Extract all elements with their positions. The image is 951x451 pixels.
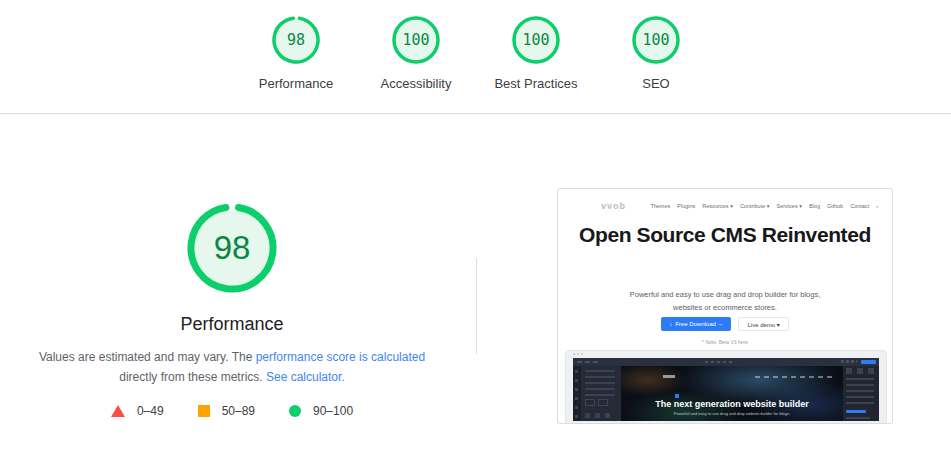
editor-icon-rail [573,366,581,421]
legend-triangle-icon [111,405,125,417]
thumb-buttons: ↓ Free Download → Live demo ▾ [558,317,892,331]
site-logo: vvob [601,201,626,211]
thumb-nav-item: Services ▾ [777,203,802,209]
editor-topbar-dots [705,361,735,363]
thumb-nav-item: Themes [650,203,670,209]
thumb-live-demo-button: Live demo ▾ [738,317,788,331]
thumb-note: * Note: Beta V3 here [558,339,892,345]
thumb-nav-item: Github [827,203,843,209]
drag-handle-icon [675,394,679,398]
score-value: 100 [512,16,560,64]
summary-gauge-seo[interactable]: 100 SEO [596,16,716,91]
legend-circle-icon [289,405,301,417]
thumb-headline: Open Source CMS Reinvented [558,223,892,247]
summary-gauge-performance[interactable]: 98 Performance [236,16,356,91]
legend-item-average: 50–89 [198,404,255,418]
category-label: Performance [259,76,333,91]
category-label: SEO [642,76,669,91]
summary-scores-bar: 98 Performance 100 Accessibility 100 [0,0,951,114]
decor-boxes [585,399,608,406]
legend-square-icon [198,405,210,417]
editor-save-button [861,360,876,364]
legend-range: 0–49 [137,404,164,418]
canvas-logo-bar [663,375,675,378]
decor-side-foot [846,417,870,419]
thumb-subheadline: Powerful and easy to use drag and drop b… [558,288,892,314]
editor-canvas: The next generation website builder Powe… [621,366,843,421]
editor-left-panel [581,366,621,421]
thumb-free-download-button: ↓ Free Download → [661,317,731,331]
performance-section: 98 Performance Values are estimated and … [0,114,464,418]
thumb-nav-item: Contact [850,203,869,209]
editor-topbar [573,358,879,366]
decor-panel-icons [585,413,613,418]
legend-item-pass: 90–100 [289,404,353,418]
thumb-nav-item: Contribute ▾ [740,203,770,209]
thumb-nav-item: Resources ▾ [702,203,733,209]
vertical-divider [476,258,477,354]
description-text: Values are estimated and may vary. The [39,350,252,364]
editor-topbar-right-icons [841,360,857,363]
thumb-sub-line2: websites or ecommerce stores. [558,301,892,314]
performance-gauge: 98 [187,203,277,293]
editor-screenshot: The next generation website builder Powe… [573,358,879,421]
description-text: directly from these metrics. [119,370,262,384]
legend-range: 90–100 [313,404,353,418]
editor-browser-frame: The next generation website builder Powe… [565,350,887,424]
thumb-secondary-label: Live demo ▾ [747,321,779,328]
editor-subtext: Powerful and easy to use drag and drop w… [621,411,843,416]
legend-item-fail: 0–49 [111,404,164,418]
thumb-nav-item: Blog [809,203,820,209]
thumb-sub-line1: Powerful and easy to use drag and drop b… [558,288,892,301]
download-icon: ↓ [669,321,672,327]
thumb-primary-label: Free Download → [675,321,723,327]
final-screenshot-card: vvob Themes Plugins Resources ▾ Contribu… [557,188,893,424]
editor-right-panel [843,366,879,421]
legend-range: 50–89 [222,404,255,418]
summary-gauge-accessibility[interactable]: 100 Accessibility [356,16,476,91]
score-value: 98 [272,16,320,64]
thumb-nav: Themes Plugins Resources ▾ Contribute ▾ … [650,203,878,209]
decor-blue-slider [846,410,866,413]
score-legend: 0–49 50–89 90–100 [0,404,464,418]
performance-title: Performance [0,314,464,335]
summary-gauge-best-practices[interactable]: 100 Best Practices [476,16,596,91]
thumb-nav-item: Plugins [677,203,695,209]
window-dots-icon [573,353,583,355]
performance-score-value: 98 [187,203,277,293]
canvas-nav-dashes [755,376,833,378]
performance-description: Values are estimated and may vary. The p… [0,347,464,387]
editor-topbar-icons [577,361,601,363]
decor-rows [585,370,615,396]
editor-headline: The next generation website builder [621,399,843,409]
decor-side-rows [846,378,874,404]
see-calculator-link[interactable]: See calculator. [266,370,345,384]
decor-side-icons [846,368,876,374]
score-value: 100 [632,16,680,64]
performance-score-calc-link[interactable]: performance score is calculated [256,350,425,364]
thumb-nav-more-icon: › [876,203,878,209]
category-label: Accessibility [381,76,452,91]
category-label: Best Practices [494,76,577,91]
score-value: 100 [392,16,440,64]
